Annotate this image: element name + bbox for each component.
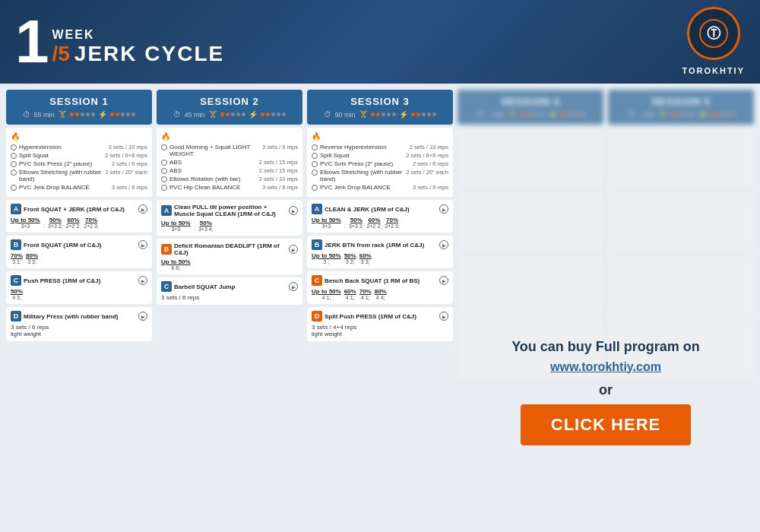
exercise-label: A Clean PULL till power position + Muscl… bbox=[161, 204, 298, 217]
set-info: 6 6; bbox=[161, 265, 191, 271]
warmup-item-sets: 2 sets / 10 reps bbox=[259, 176, 298, 182]
play-button[interactable]: ▶ bbox=[138, 312, 147, 321]
difficulty-icon: ⚡ bbox=[249, 110, 258, 119]
exercise-label: B JERK BTN from rack (1RM of C&J) ▶ bbox=[312, 239, 448, 250]
warmup-item-sets: 3 sets / 8 reps bbox=[112, 184, 147, 191]
set-info: 4 1; bbox=[359, 295, 372, 300]
play-button[interactable]: ▶ bbox=[439, 276, 448, 285]
warmup-item-name: Good Morning + Squat LIGHT WEIGHT bbox=[169, 144, 260, 157]
label-badge: A bbox=[11, 204, 21, 214]
set-block: 70% 4 1; bbox=[359, 288, 372, 300]
set-info: 2+2 3; bbox=[385, 223, 400, 229]
warmup-item-name: Split Squat bbox=[320, 152, 404, 159]
warmup-title: 🔥 bbox=[312, 132, 448, 141]
set-info: 3 2; bbox=[344, 259, 356, 264]
set-percent: 60% bbox=[359, 252, 372, 259]
sets-row: 50% 4 3; bbox=[11, 288, 147, 300]
set-percent: 70% bbox=[11, 252, 23, 259]
session-col-1: SESSION 1 ⏱ 55 min 🏋 ⚡ 🔥 Hyperextension … bbox=[6, 90, 152, 527]
exercise-card: A Front SQUAT + JERK (1RM of C&J) ▶ Up t… bbox=[6, 200, 152, 233]
overlay-panel: You can buy Full program on www.torokhti… bbox=[458, 175, 754, 532]
set-info: 3+3 4; bbox=[198, 226, 214, 232]
play-button[interactable]: ▶ bbox=[289, 245, 298, 254]
session-duration: 45 min bbox=[184, 111, 204, 119]
warmup-item-sets: 2 sets / 10 reps bbox=[410, 144, 448, 150]
warmup-title: 🔥 bbox=[161, 132, 298, 141]
play-button[interactable]: ▶ bbox=[138, 204, 147, 214]
warmup-card-1: 🔥 Hyperextension 2 sets / 10 reps Split … bbox=[6, 128, 152, 197]
label-badge: B bbox=[312, 239, 322, 250]
play-button[interactable]: ▶ bbox=[138, 276, 147, 285]
set-block: 50% 3+3 4; bbox=[198, 220, 214, 232]
label-badge: C bbox=[161, 281, 172, 292]
sets-text: 3 sets / 4+4 repslight weight bbox=[312, 324, 448, 337]
set-info: 4 3; bbox=[11, 295, 23, 300]
header-title: 1 WEEK /5 JERK CYCLE bbox=[15, 11, 224, 72]
set-info: 3 1; bbox=[11, 259, 23, 264]
play-button[interactable]: ▶ bbox=[439, 240, 448, 249]
warmup-item: ABS 2 sets / 15 reps bbox=[161, 167, 298, 174]
exercise-card: D Split Push PRESS (1RM of C&J) ▶ 3 sets… bbox=[307, 307, 453, 341]
play-button[interactable]: ▶ bbox=[138, 240, 147, 249]
session-meta: ⏱ 45 min 🏋 ⚡ bbox=[160, 110, 299, 119]
session-title: SESSION 4 bbox=[461, 96, 600, 107]
set-percent: 60% bbox=[367, 217, 382, 223]
exercise-card: C Bench Back SQUAT (1 RM of BS) ▶ Up to … bbox=[307, 271, 453, 304]
sets-row: Up to 50% 3+3 ; 50% 3+3 4; bbox=[161, 220, 298, 232]
label-badge: C bbox=[11, 275, 21, 286]
session-meta: ⏱ -- min 🏋 ⚡ bbox=[611, 110, 751, 119]
set-percent: Up to 50% bbox=[161, 258, 191, 265]
exercise-label: A Front SQUAT + JERK (1RM of C&J) ▶ bbox=[11, 204, 147, 214]
session-duration: 90 min bbox=[334, 111, 355, 119]
timer-icon: ⏱ bbox=[173, 110, 181, 119]
warmup-item-sets: 2 sets / 6 reps bbox=[112, 160, 147, 167]
set-percent: 70% bbox=[84, 217, 99, 223]
label-badge: A bbox=[312, 204, 322, 214]
session-header-2: SESSION 2 ⏱ 45 min 🏋 ⚡ bbox=[157, 90, 302, 125]
timer-icon: ⏱ bbox=[23, 110, 30, 119]
session-header-4: SESSION 4 ⏱ -- min 🏋 ⚡ bbox=[458, 90, 603, 125]
warmup-item: PVC Sots Press (2" pause) 2 sets / 6 rep… bbox=[11, 160, 147, 167]
sets-text: 3 sets / 6 repslight weight bbox=[11, 324, 147, 337]
label-badge: A bbox=[161, 205, 172, 216]
set-percent: 50% bbox=[349, 217, 364, 223]
difficulty-icon: ⚡ bbox=[399, 110, 408, 119]
exercise-name: Push PRESS (1RM of C&J) bbox=[24, 277, 136, 284]
overlay-buy-text: You can buy Full program on www.torokhti… bbox=[511, 337, 700, 375]
intensity-icon: 🏋 bbox=[658, 110, 667, 119]
play-button[interactable]: ▶ bbox=[439, 204, 448, 214]
play-button[interactable]: ▶ bbox=[439, 312, 448, 321]
slash-5: /5 bbox=[52, 42, 70, 66]
exercise-label: C Bench Back SQUAT (1 RM of BS) ▶ bbox=[312, 275, 448, 286]
warmup-item-name: Reverse Hyperextension bbox=[320, 144, 407, 150]
set-block: 50% 3 2; bbox=[344, 252, 356, 264]
intensity-icon: 🏋 bbox=[508, 110, 517, 119]
difficulty-icon: ⚡ bbox=[698, 110, 708, 119]
set-block: Up to 50% 6 6; bbox=[161, 258, 191, 271]
logo-text: TOROKHTIY bbox=[682, 66, 745, 75]
warmup-item-name: PVC Jerk Drop BALANCE bbox=[320, 184, 410, 191]
overlay-link[interactable]: www.torokhtiy.com bbox=[550, 360, 661, 373]
set-block: 50% 3+3 2; bbox=[48, 217, 63, 229]
set-percent: Up to 50% bbox=[312, 217, 341, 223]
warmup-item: Good Morning + Squat LIGHT WEIGHT 3 sets… bbox=[161, 144, 298, 157]
set-percent: 80% bbox=[375, 288, 387, 295]
exercise-name: JERK BTN from rack (1RM of C&J) bbox=[325, 242, 437, 249]
label-badge: B bbox=[11, 239, 21, 250]
set-info: 3+3 2; bbox=[349, 223, 364, 229]
warmup-item-name: Hyperextension bbox=[19, 144, 106, 150]
click-here-button[interactable]: CLICK HERE bbox=[521, 404, 691, 445]
circle-bullet bbox=[161, 176, 167, 182]
warmup-item: Elbows Stretching (with rubber band) 2 s… bbox=[312, 169, 448, 182]
session-title: SESSION 5 bbox=[611, 96, 751, 107]
warmup-card-2: 🔥 Good Morning + Squat LIGHT WEIGHT 3 se… bbox=[157, 128, 302, 197]
difficulty-dots bbox=[711, 112, 736, 116]
exercise-name: Split Push PRESS (1RM of C&J) bbox=[325, 313, 437, 320]
header: 1 WEEK /5 JERK CYCLE Ⓣ TOROKHTIY bbox=[0, 0, 760, 84]
play-button[interactable]: ▶ bbox=[289, 282, 298, 291]
warmup-item: PVC Jerk Drop BALANCE 3 sets / 8 reps bbox=[11, 184, 147, 191]
warmup-item-name: ABS bbox=[169, 167, 257, 174]
play-button[interactable]: ▶ bbox=[289, 206, 298, 215]
set-block: 80% 3 3; bbox=[26, 252, 38, 264]
set-percent: 80% bbox=[26, 252, 38, 259]
